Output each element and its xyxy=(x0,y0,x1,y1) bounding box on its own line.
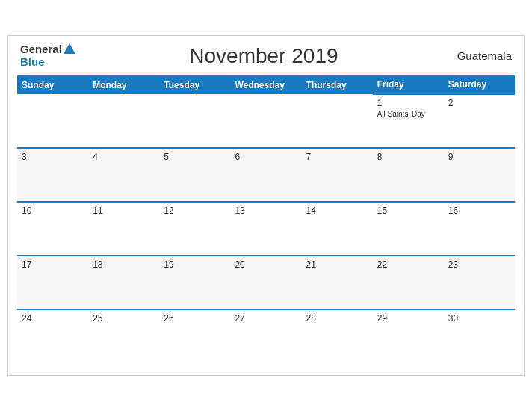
day-number: 3 xyxy=(22,152,84,162)
calendar-cell xyxy=(17,94,88,148)
calendar-week-row: 10111213141516 xyxy=(17,202,515,256)
day-number: 27 xyxy=(235,313,297,324)
calendar-cell: 17 xyxy=(17,256,88,309)
day-number: 8 xyxy=(377,152,439,162)
day-number: 21 xyxy=(306,259,368,270)
calendar-cell: 21 xyxy=(302,256,373,309)
day-number: 15 xyxy=(377,206,439,216)
calendar-cell: 5 xyxy=(159,148,230,202)
calendar-cell: 13 xyxy=(230,202,301,256)
weekday-header-row: Sunday Monday Tuesday Wednesday Thursday… xyxy=(17,75,515,94)
calendar-cell: 7 xyxy=(302,148,373,202)
calendar-cell: 27 xyxy=(230,309,301,363)
day-number: 12 xyxy=(164,206,226,216)
day-number: 11 xyxy=(93,206,155,216)
day-number: 19 xyxy=(164,259,226,270)
day-number: 9 xyxy=(448,152,510,162)
day-number: 17 xyxy=(22,259,84,270)
calendar-cell: 10 xyxy=(17,202,88,256)
calendar-cell: 30 xyxy=(444,309,515,363)
logo: General Blue xyxy=(20,43,75,68)
logo-general-text: General xyxy=(20,43,62,56)
calendar-week-row: 17181920212223 xyxy=(17,256,515,309)
calendar-cell: 14 xyxy=(302,202,373,256)
day-number: 23 xyxy=(448,259,510,270)
calendar-cell: 2 xyxy=(444,94,515,148)
calendar-cell: 6 xyxy=(230,148,301,202)
calendar-week-row: 24252627282930 xyxy=(17,309,515,363)
weekday-tuesday: Tuesday xyxy=(159,75,230,94)
day-number: 24 xyxy=(22,313,84,324)
day-number: 30 xyxy=(448,313,510,324)
weekday-wednesday: Wednesday xyxy=(230,75,301,94)
day-number: 13 xyxy=(235,206,297,216)
weekday-thursday: Thursday xyxy=(302,75,373,94)
day-number: 14 xyxy=(306,206,368,216)
calendar-cell xyxy=(88,94,159,148)
calendar-cell: 28 xyxy=(302,309,373,363)
calendar-cell: 20 xyxy=(230,256,301,309)
calendar-week-row: 1All Saints' Day2 xyxy=(17,94,515,148)
day-number: 16 xyxy=(448,206,510,216)
calendar-cell: 3 xyxy=(17,148,88,202)
calendar-cell: 16 xyxy=(444,202,515,256)
day-number: 10 xyxy=(22,206,84,216)
day-number: 29 xyxy=(377,313,439,324)
calendar-cell: 23 xyxy=(444,256,515,309)
calendar-cell: 8 xyxy=(373,148,444,202)
calendar-cell xyxy=(159,94,230,148)
logo-blue-text: Blue xyxy=(20,56,45,69)
calendar-container: General Blue November 2019 Guatemala Sun… xyxy=(7,35,525,376)
day-number: 7 xyxy=(306,152,368,162)
day-number: 6 xyxy=(235,152,297,162)
calendar-cell: 29 xyxy=(373,309,444,363)
calendar-cell: 26 xyxy=(159,309,230,363)
calendar-cell: 18 xyxy=(88,256,159,309)
calendar-week-row: 3456789 xyxy=(17,148,515,202)
calendar-cell: 19 xyxy=(159,256,230,309)
weekday-saturday: Saturday xyxy=(444,75,515,94)
day-number: 2 xyxy=(448,98,510,108)
day-number: 28 xyxy=(306,313,368,324)
calendar-cell xyxy=(302,94,373,148)
logo-triangle-icon xyxy=(64,43,75,54)
calendar-cell: 1All Saints' Day xyxy=(373,94,444,148)
day-number: 5 xyxy=(164,152,226,162)
day-number: 22 xyxy=(377,259,439,270)
day-number: 26 xyxy=(164,313,226,324)
calendar-cell: 4 xyxy=(88,148,159,202)
day-number: 18 xyxy=(93,259,155,270)
weekday-monday: Monday xyxy=(88,75,159,94)
day-number: 4 xyxy=(93,152,155,162)
weekday-friday: Friday xyxy=(373,75,444,94)
calendar-cell: 25 xyxy=(88,309,159,363)
calendar-cell: 24 xyxy=(17,309,88,363)
holiday-label: All Saints' Day xyxy=(377,110,439,118)
calendar-header: General Blue November 2019 Guatemala xyxy=(17,43,515,68)
calendar-title: November 2019 xyxy=(75,44,452,68)
calendar-cell: 9 xyxy=(444,148,515,202)
calendar-cell: 12 xyxy=(159,202,230,256)
day-number: 20 xyxy=(235,259,297,270)
weekday-sunday: Sunday xyxy=(17,75,88,94)
calendar-cell: 15 xyxy=(373,202,444,256)
calendar-cell: 11 xyxy=(88,202,159,256)
calendar-table: Sunday Monday Tuesday Wednesday Thursday… xyxy=(17,75,515,363)
day-number: 1 xyxy=(377,98,439,108)
day-number: 25 xyxy=(93,313,155,324)
calendar-cell: 22 xyxy=(373,256,444,309)
calendar-country: Guatemala xyxy=(452,49,512,62)
calendar-cell xyxy=(230,94,301,148)
